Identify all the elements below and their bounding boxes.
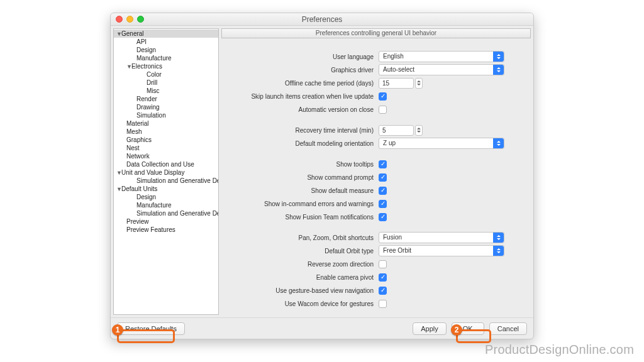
callout-restore-defaults	[117, 329, 175, 343]
tree-item[interactable]: Misc	[114, 87, 218, 95]
tree-item-label: Unit and Value Display	[121, 169, 184, 176]
minimize-icon[interactable]	[126, 16, 133, 23]
tree-item-label: Drawing	[136, 104, 160, 111]
tree-item[interactable]: Preview Features	[114, 226, 218, 234]
tree-item[interactable]: Nest	[114, 144, 218, 152]
tree-item[interactable]: ▼Default Units	[114, 185, 218, 193]
recovery-interval-stepper[interactable]	[415, 125, 423, 136]
team-notif-label: Show Fusion Team notifications	[228, 214, 379, 221]
chevron-updown-icon	[493, 246, 504, 256]
tree-item-label: Preview Features	[126, 226, 175, 233]
pan-zoom-label: Pan, Zoom, Orbit shortcuts	[228, 234, 379, 241]
tree-item[interactable]: Manufacture	[114, 54, 218, 62]
tree-item[interactable]: Preview	[114, 217, 218, 226]
chevron-updown-icon	[493, 65, 504, 75]
cmd-prompt-label: Show command prompt	[228, 174, 379, 181]
gesture-nav-label: Use gesture-based view navigation	[228, 287, 379, 294]
team-notif-checkbox[interactable]	[379, 213, 387, 221]
user-language-label: User language	[228, 53, 379, 60]
tree-item-label: Simulation and Generative Desi…	[136, 210, 219, 217]
tree-item-label: Manufacture	[136, 202, 172, 209]
camera-pivot-label: Enable camera pivot	[228, 274, 379, 281]
disclosure-triangle-icon[interactable]: ▼	[116, 30, 121, 38]
zoom-icon[interactable]	[137, 16, 144, 23]
tree-item[interactable]: Color	[114, 70, 218, 79]
auto-version-checkbox[interactable]	[379, 106, 387, 114]
preferences-tree[interactable]: ▼GeneralAPIDesignManufacture▼Electronics…	[113, 28, 219, 315]
disclosure-triangle-icon[interactable]: ▼	[126, 63, 131, 71]
graphics-driver-select[interactable]: Auto-select	[379, 64, 504, 75]
tree-item-label: Electronics	[131, 63, 162, 70]
tree-item[interactable]: Simulation	[114, 111, 218, 119]
cancel-button[interactable]: Cancel	[489, 322, 527, 335]
tree-item-label: API	[136, 38, 147, 45]
titlebar: Preferences	[111, 13, 533, 26]
reverse-zoom-label: Reverse zoom direction	[228, 261, 379, 268]
tooltips-checkbox[interactable]	[379, 160, 387, 168]
recovery-interval-field[interactable]: 5	[379, 125, 414, 136]
incmd-errors-label: Show in-command errors and warnings	[228, 200, 379, 207]
default-measure-checkbox[interactable]	[379, 187, 387, 195]
auto-version-label: Automatic version on close	[228, 106, 379, 113]
tree-item-label: Simulation and Generative Desi…	[136, 177, 219, 184]
pan-zoom-select[interactable]: Fusion	[379, 232, 504, 243]
tree-item[interactable]: Simulation and Generative Desi…	[114, 209, 218, 217]
tree-item[interactable]: Render	[114, 95, 218, 103]
disclosure-triangle-icon[interactable]: ▼	[116, 185, 121, 194]
callout-badge-2: 2	[451, 324, 462, 336]
tree-item-label: Nest	[126, 145, 140, 151]
offline-cache-stepper[interactable]	[415, 78, 423, 89]
apply-button[interactable]: Apply	[413, 322, 447, 335]
chevron-updown-icon	[493, 233, 504, 243]
tree-item[interactable]: Mesh	[114, 128, 218, 136]
tree-item-label: Preview	[126, 218, 149, 225]
window-title: Preferences	[302, 15, 343, 24]
orbit-type-label: Default Orbit type	[228, 248, 379, 255]
modeling-orient-select[interactable]: Z up	[379, 138, 504, 149]
callout-badge-1: 1	[112, 324, 123, 336]
skip-launch-checkbox[interactable]	[379, 92, 387, 101]
tree-item[interactable]: Network	[114, 152, 218, 160]
user-language-select[interactable]: English	[379, 51, 504, 62]
preferences-window: Preferences ▼GeneralAPIDesignManufacture…	[110, 13, 534, 339]
offline-cache-field[interactable]: 15	[379, 78, 414, 89]
wacom-checkbox[interactable]	[379, 300, 387, 308]
skip-launch-label: Skip launch items creation when live upd…	[228, 93, 379, 100]
tree-item-label: Render	[136, 96, 157, 102]
tree-item[interactable]: Data Collection and Use	[114, 160, 218, 168]
tree-item[interactable]: Material	[114, 119, 218, 128]
graphics-driver-label: Graphics driver	[228, 67, 379, 74]
tree-item-label: Misc	[147, 87, 160, 94]
tree-item[interactable]: Drill	[114, 79, 218, 87]
disclosure-triangle-icon[interactable]: ▼	[116, 169, 121, 177]
tree-item[interactable]: ▼Unit and Value Display	[114, 168, 218, 177]
camera-pivot-checkbox[interactable]	[379, 273, 387, 282]
tree-item[interactable]: Design	[114, 193, 218, 201]
tree-item-label: Data Collection and Use	[126, 161, 194, 168]
orbit-type-select[interactable]: Free Orbit	[379, 245, 504, 256]
tree-item[interactable]: Manufacture	[114, 201, 218, 209]
tree-item-label: Mesh	[126, 128, 142, 135]
tree-item-label: Graphics	[126, 136, 152, 143]
tree-item-label: Drill	[147, 79, 157, 86]
section-header: Preferences controlling general UI behav…	[221, 28, 531, 38]
tree-item[interactable]: API	[114, 38, 218, 46]
tree-item[interactable]: Drawing	[114, 103, 218, 111]
gesture-nav-checkbox[interactable]	[379, 287, 387, 295]
tree-item[interactable]: Graphics	[114, 136, 218, 144]
cmd-prompt-checkbox[interactable]	[379, 173, 387, 182]
preferences-form: User language English Graphics driver Au…	[221, 38, 531, 315]
tooltips-label: Show tooltips	[228, 161, 379, 168]
tree-item[interactable]: Simulation and Generative Desi…	[114, 177, 218, 185]
tree-item[interactable]: ▼Electronics	[114, 62, 218, 70]
traffic-lights	[116, 16, 144, 23]
chevron-updown-icon	[493, 52, 504, 62]
recovery-interval-label: Recovery time interval (min)	[228, 127, 379, 134]
tree-item-label: Network	[126, 153, 150, 160]
close-icon[interactable]	[116, 16, 123, 23]
reverse-zoom-checkbox[interactable]	[379, 260, 387, 268]
tree-item[interactable]: ▼General	[114, 30, 218, 38]
tree-item-label: General	[121, 30, 144, 37]
tree-item[interactable]: Design	[114, 46, 218, 54]
incmd-errors-checkbox[interactable]	[379, 200, 387, 208]
